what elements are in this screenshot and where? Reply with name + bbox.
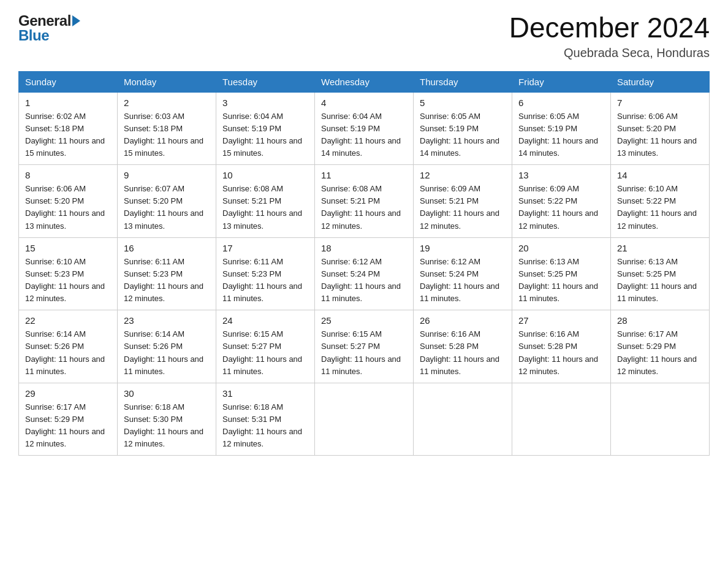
calendar-cell: 24 Sunrise: 6:15 AMSunset: 5:27 PMDaylig… (216, 310, 315, 383)
calendar-cell: 3 Sunrise: 6:04 AMSunset: 5:19 PMDayligh… (216, 92, 315, 165)
day-number: 13 (518, 170, 604, 180)
calendar-cell: 19 Sunrise: 6:12 AMSunset: 5:24 PMDaylig… (414, 237, 512, 310)
logo-blue-text: Blue (18, 27, 49, 44)
day-info: Sunrise: 6:18 AMSunset: 5:30 PMDaylight:… (124, 402, 203, 448)
day-info: Sunrise: 6:16 AMSunset: 5:28 PMDaylight:… (518, 329, 598, 375)
calendar-week-row: 1 Sunrise: 6:02 AMSunset: 5:18 PMDayligh… (19, 92, 710, 165)
day-number: 25 (321, 315, 407, 326)
calendar-week-row: 29 Sunrise: 6:17 AMSunset: 5:29 PMDaylig… (19, 383, 710, 456)
day-number: 10 (222, 170, 308, 180)
col-header-sunday: Sunday (19, 71, 118, 92)
day-number: 29 (25, 388, 111, 399)
day-info: Sunrise: 6:17 AMSunset: 5:29 PMDaylight:… (25, 402, 105, 448)
calendar-cell: 22 Sunrise: 6:14 AMSunset: 5:26 PMDaylig… (19, 310, 118, 383)
col-header-wednesday: Wednesday (315, 71, 414, 92)
day-info: Sunrise: 6:10 AMSunset: 5:23 PMDaylight:… (25, 257, 105, 303)
calendar-cell: 27 Sunrise: 6:16 AMSunset: 5:28 PMDaylig… (512, 310, 611, 383)
day-number: 31 (222, 388, 308, 399)
calendar-cell: 5 Sunrise: 6:05 AMSunset: 5:19 PMDayligh… (414, 92, 512, 165)
day-number: 18 (321, 243, 407, 253)
day-number: 19 (420, 243, 506, 253)
day-info: Sunrise: 6:06 AMSunset: 5:20 PMDaylight:… (617, 112, 697, 158)
day-info: Sunrise: 6:08 AMSunset: 5:21 PMDaylight:… (321, 184, 401, 230)
day-info: Sunrise: 6:15 AMSunset: 5:27 PMDaylight:… (321, 329, 401, 375)
day-info: Sunrise: 6:09 AMSunset: 5:22 PMDaylight:… (518, 184, 598, 230)
calendar-cell: 14 Sunrise: 6:10 AMSunset: 5:22 PMDaylig… (611, 165, 710, 238)
calendar-cell: 23 Sunrise: 6:14 AMSunset: 5:26 PMDaylig… (118, 310, 216, 383)
day-number: 17 (222, 243, 308, 253)
day-info: Sunrise: 6:04 AMSunset: 5:19 PMDaylight:… (321, 112, 401, 158)
col-header-thursday: Thursday (414, 71, 512, 92)
logo: General Blue (18, 12, 80, 44)
day-number: 23 (124, 315, 210, 326)
month-title: December 2024 (509, 12, 710, 44)
day-info: Sunrise: 6:05 AMSunset: 5:19 PMDaylight:… (420, 112, 499, 158)
col-header-saturday: Saturday (611, 71, 710, 92)
calendar-week-row: 15 Sunrise: 6:10 AMSunset: 5:23 PMDaylig… (19, 237, 710, 310)
day-number: 24 (222, 315, 308, 326)
calendar-week-row: 22 Sunrise: 6:14 AMSunset: 5:26 PMDaylig… (19, 310, 710, 383)
calendar-cell: 2 Sunrise: 6:03 AMSunset: 5:18 PMDayligh… (118, 92, 216, 165)
day-info: Sunrise: 6:15 AMSunset: 5:27 PMDaylight:… (222, 329, 302, 375)
calendar-cell: 29 Sunrise: 6:17 AMSunset: 5:29 PMDaylig… (19, 383, 118, 456)
day-number: 4 (321, 98, 407, 108)
day-info: Sunrise: 6:13 AMSunset: 5:25 PMDaylight:… (617, 257, 697, 303)
day-number: 22 (25, 315, 111, 326)
calendar-week-row: 8 Sunrise: 6:06 AMSunset: 5:20 PMDayligh… (19, 165, 710, 238)
day-number: 20 (518, 243, 604, 253)
calendar-cell: 21 Sunrise: 6:13 AMSunset: 5:25 PMDaylig… (611, 237, 710, 310)
day-info: Sunrise: 6:11 AMSunset: 5:23 PMDaylight:… (124, 257, 203, 303)
day-number: 12 (420, 170, 506, 180)
calendar-cell: 8 Sunrise: 6:06 AMSunset: 5:20 PMDayligh… (19, 165, 118, 238)
day-number: 21 (617, 243, 703, 253)
day-info: Sunrise: 6:18 AMSunset: 5:31 PMDaylight:… (222, 402, 302, 448)
calendar-header-row: SundayMondayTuesdayWednesdayThursdayFrid… (19, 71, 710, 92)
day-number: 14 (617, 170, 703, 180)
calendar-cell: 25 Sunrise: 6:15 AMSunset: 5:27 PMDaylig… (315, 310, 414, 383)
day-info: Sunrise: 6:14 AMSunset: 5:26 PMDaylight:… (124, 329, 203, 375)
calendar-cell: 26 Sunrise: 6:16 AMSunset: 5:28 PMDaylig… (414, 310, 512, 383)
day-number: 28 (617, 315, 703, 326)
day-number: 26 (420, 315, 506, 326)
location-subtitle: Quebrada Seca, Honduras (509, 46, 710, 60)
calendar-cell (611, 383, 710, 456)
day-number: 1 (25, 98, 111, 108)
calendar-cell: 20 Sunrise: 6:13 AMSunset: 5:25 PMDaylig… (512, 237, 611, 310)
calendar-cell: 11 Sunrise: 6:08 AMSunset: 5:21 PMDaylig… (315, 165, 414, 238)
day-info: Sunrise: 6:04 AMSunset: 5:19 PMDaylight:… (222, 112, 302, 158)
day-info: Sunrise: 6:12 AMSunset: 5:24 PMDaylight:… (321, 257, 401, 303)
day-number: 16 (124, 243, 210, 253)
day-number: 5 (420, 98, 506, 108)
calendar-cell: 9 Sunrise: 6:07 AMSunset: 5:20 PMDayligh… (118, 165, 216, 238)
day-info: Sunrise: 6:06 AMSunset: 5:20 PMDaylight:… (25, 184, 105, 230)
day-number: 27 (518, 315, 604, 326)
calendar-cell: 12 Sunrise: 6:09 AMSunset: 5:21 PMDaylig… (414, 165, 512, 238)
calendar-cell: 7 Sunrise: 6:06 AMSunset: 5:20 PMDayligh… (611, 92, 710, 165)
day-info: Sunrise: 6:07 AMSunset: 5:20 PMDaylight:… (124, 184, 203, 230)
calendar-cell: 1 Sunrise: 6:02 AMSunset: 5:18 PMDayligh… (19, 92, 118, 165)
day-number: 11 (321, 170, 407, 180)
calendar-cell: 30 Sunrise: 6:18 AMSunset: 5:30 PMDaylig… (118, 383, 216, 456)
day-info: Sunrise: 6:16 AMSunset: 5:28 PMDaylight:… (420, 329, 499, 375)
day-info: Sunrise: 6:11 AMSunset: 5:23 PMDaylight:… (222, 257, 302, 303)
col-header-friday: Friday (512, 71, 611, 92)
calendar-cell: 13 Sunrise: 6:09 AMSunset: 5:22 PMDaylig… (512, 165, 611, 238)
day-number: 30 (124, 388, 210, 399)
calendar-cell: 15 Sunrise: 6:10 AMSunset: 5:23 PMDaylig… (19, 237, 118, 310)
day-number: 7 (617, 98, 703, 108)
day-info: Sunrise: 6:02 AMSunset: 5:18 PMDaylight:… (25, 112, 105, 158)
calendar-cell (315, 383, 414, 456)
calendar-cell: 18 Sunrise: 6:12 AMSunset: 5:24 PMDaylig… (315, 237, 414, 310)
day-number: 15 (25, 243, 111, 253)
calendar-cell (512, 383, 611, 456)
day-info: Sunrise: 6:12 AMSunset: 5:24 PMDaylight:… (420, 257, 499, 303)
title-block: December 2024 Quebrada Seca, Honduras (509, 12, 710, 60)
calendar-cell: 6 Sunrise: 6:05 AMSunset: 5:19 PMDayligh… (512, 92, 611, 165)
calendar-cell: 31 Sunrise: 6:18 AMSunset: 5:31 PMDaylig… (216, 383, 315, 456)
day-info: Sunrise: 6:10 AMSunset: 5:22 PMDaylight:… (617, 184, 697, 230)
calendar-cell: 10 Sunrise: 6:08 AMSunset: 5:21 PMDaylig… (216, 165, 315, 238)
day-number: 8 (25, 170, 111, 180)
calendar-table: SundayMondayTuesdayWednesdayThursdayFrid… (18, 71, 710, 456)
logo-chevron-icon (72, 15, 80, 26)
day-info: Sunrise: 6:13 AMSunset: 5:25 PMDaylight:… (518, 257, 598, 303)
